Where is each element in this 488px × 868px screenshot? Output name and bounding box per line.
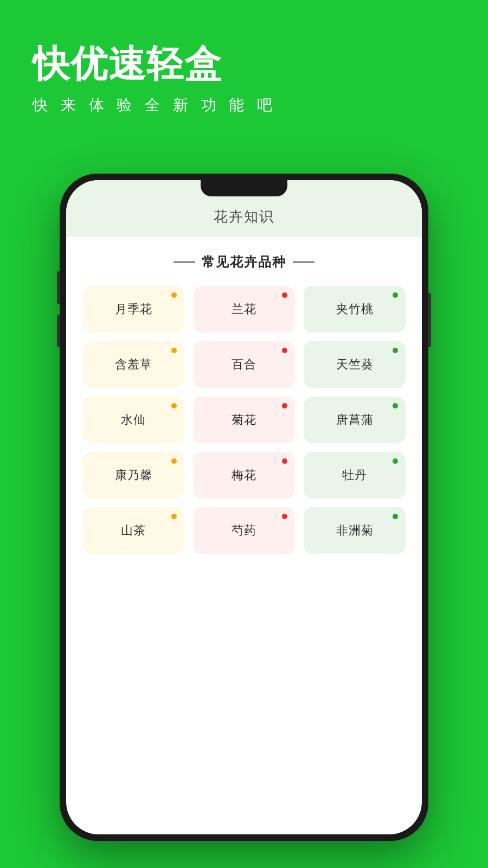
flower-name: 天竺葵 — [336, 356, 374, 373]
divider-left — [174, 261, 195, 263]
flower-card[interactable]: 非洲菊 — [304, 507, 406, 554]
flower-dot — [282, 348, 287, 353]
flower-name: 水仙 — [121, 412, 146, 428]
flower-dot — [282, 292, 287, 298]
phone-notch — [201, 180, 287, 196]
flower-name: 唐菖蒲 — [336, 412, 374, 428]
flower-dot — [171, 458, 177, 464]
flower-name: 梅花 — [232, 467, 256, 483]
section-header: 常见花卉品种 — [82, 253, 406, 271]
flower-dot — [282, 514, 287, 519]
flower-card[interactable]: 兰花 — [193, 286, 295, 333]
flower-name: 康乃馨 — [115, 467, 152, 483]
flower-card[interactable]: 梅花 — [193, 452, 295, 499]
flower-dot — [393, 403, 398, 409]
app-title: 快优速轻盒 — [33, 43, 277, 84]
flower-card[interactable]: 百合 — [193, 341, 295, 388]
flower-dot — [171, 514, 177, 519]
flower-name: 含羞草 — [115, 356, 152, 373]
flower-grid: 月季花兰花夹竹桃含羞草百合天竺葵水仙菊花唐菖蒲康乃馨梅花牡丹山茶芍药非洲菊 — [82, 286, 406, 554]
flower-dot — [282, 403, 287, 409]
flower-card[interactable]: 唐菖蒲 — [304, 397, 406, 443]
header-section: 快优速轻盒 快 来 体 验 全 新 功 能 吧 — [33, 43, 277, 116]
phone-screen: 花卉知识 常见花卉品种 月季花兰花夹竹桃含羞草百合天竺葵水仙菊花唐菖蒲康乃馨梅花… — [66, 180, 422, 834]
flower-dot — [393, 292, 398, 298]
flower-dot — [171, 348, 177, 353]
flower-name: 芍药 — [232, 522, 256, 539]
flower-card[interactable]: 牡丹 — [304, 452, 406, 499]
flower-card[interactable]: 天竺葵 — [304, 341, 406, 388]
screen-title: 花卉知识 — [77, 207, 411, 226]
volume-down-button — [57, 315, 60, 347]
flower-name: 菊花 — [232, 412, 256, 428]
phone-frame: 花卉知识 常见花卉品种 月季花兰花夹竹桃含羞草百合天竺葵水仙菊花唐菖蒲康乃馨梅花… — [60, 174, 428, 841]
power-button — [428, 293, 431, 347]
flower-card[interactable]: 水仙 — [82, 397, 184, 443]
flower-dot — [171, 292, 177, 298]
flower-card[interactable]: 芍药 — [193, 507, 295, 554]
flower-card[interactable]: 夹竹桃 — [304, 286, 406, 333]
app-subtitle: 快 来 体 验 全 新 功 能 吧 — [33, 95, 277, 116]
flower-dot — [393, 348, 398, 353]
flower-card[interactable]: 菊花 — [193, 397, 295, 443]
flower-name: 月季花 — [115, 301, 152, 317]
flower-name: 山茶 — [121, 522, 146, 539]
flower-dot — [171, 403, 177, 409]
flower-name: 牡丹 — [342, 467, 367, 483]
flower-dot — [282, 458, 287, 464]
flower-dot — [393, 514, 398, 519]
flower-name: 兰花 — [232, 301, 256, 317]
flower-card[interactable]: 含羞草 — [82, 341, 184, 388]
flower-card[interactable]: 月季花 — [82, 286, 184, 333]
flower-name: 夹竹桃 — [336, 301, 374, 317]
volume-up-button — [57, 271, 60, 304]
divider-right — [293, 261, 314, 263]
screen-body: 常见花卉品种 月季花兰花夹竹桃含羞草百合天竺葵水仙菊花唐菖蒲康乃馨梅花牡丹山茶芍… — [66, 237, 422, 570]
flower-dot — [393, 458, 398, 464]
flower-card[interactable]: 山茶 — [82, 507, 184, 554]
flower-name: 非洲菊 — [336, 522, 374, 539]
flower-card[interactable]: 康乃馨 — [82, 452, 184, 499]
section-label: 常见花卉品种 — [202, 253, 286, 271]
flower-name: 百合 — [232, 356, 256, 373]
